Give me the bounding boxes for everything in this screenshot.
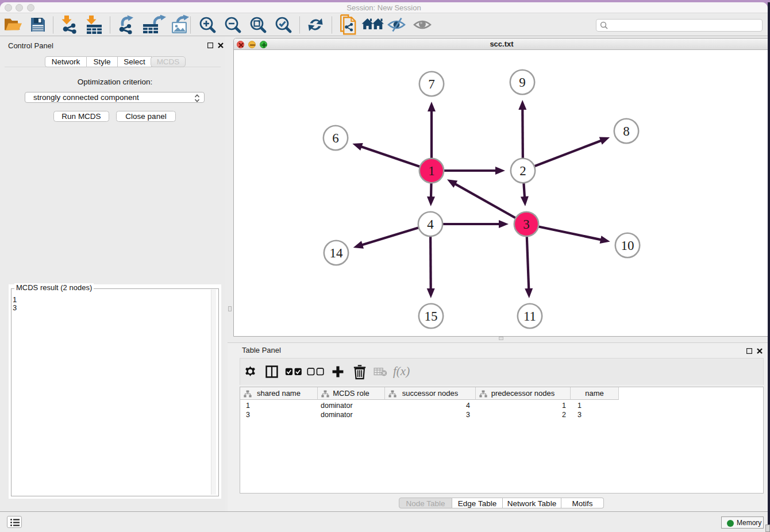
svg-text:6: 6 bbox=[332, 131, 339, 145]
svg-text:14: 14 bbox=[330, 246, 344, 260]
svg-text:7: 7 bbox=[428, 77, 435, 91]
svg-text:1: 1 bbox=[428, 164, 435, 178]
svg-text:10: 10 bbox=[621, 238, 634, 253]
svg-text:8: 8 bbox=[623, 124, 630, 138]
svg-text:4: 4 bbox=[427, 217, 434, 232]
svg-text:3: 3 bbox=[523, 217, 530, 232]
svg-text:11: 11 bbox=[523, 309, 536, 323]
svg-text:15: 15 bbox=[425, 309, 438, 323]
svg-text:2: 2 bbox=[519, 164, 526, 178]
svg-text:9: 9 bbox=[519, 75, 526, 90]
